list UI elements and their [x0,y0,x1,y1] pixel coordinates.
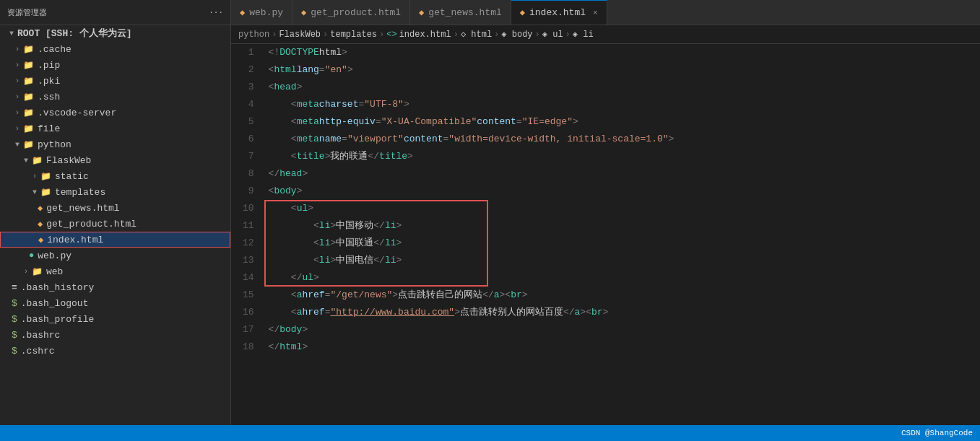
folder-arrow: › [29,173,40,180]
line-number-16: 16 [243,304,254,321]
line-number-9: 9 [243,183,254,200]
file-label: index.html [47,235,103,245]
line-number-11: 11 [243,217,254,235]
folder-arrow: › [12,45,23,53]
file-label: get_news.html [46,203,119,214]
tree-item-index_html[interactable]: ◆index.html [0,232,230,248]
folder-icon: 📁 [23,60,34,71]
code-line-5: <meta http-equiv="X-UA-Compatible" conte… [266,113,980,131]
tree-item-static[interactable]: ›📁static [0,168,230,184]
tab-icon-web-py: ◆ [240,7,245,18]
special-prefix: $ [12,330,17,341]
sidebar: ▼ROOT [SSH: 个人华为云]›📁.cache›📁.pip›📁.pki›📁… [0,25,231,425]
tree-item-_pki[interactable]: ›📁.pki [0,73,230,89]
tree-item-_ssh[interactable]: ›📁.ssh [0,89,230,105]
folder-label: .pki [38,76,60,87]
line-number-1: 1 [243,44,254,61]
tab-get_news[interactable]: ◆get_news.html [410,0,511,25]
tab-label-get_product: get_product.html [311,7,401,18]
tree-item-web_py[interactable]: ●web.py [0,248,230,263]
code-line-17: </body> [266,321,980,339]
folder-arrow: › [12,77,23,85]
code-line-4: <meta charset="UTF-8"> [266,96,980,113]
line-number-5: 5 [243,113,254,131]
code-line-18: </html> [266,339,980,356]
folder-label: static [55,171,89,182]
tree-item-FlaskWeb[interactable]: ▼📁FlaskWeb [0,152,230,168]
tab-icon-index: ◆ [520,7,525,18]
code-line-8: </head> [266,165,980,183]
special-label: .bash_profile [21,314,94,325]
folder-arrow: › [12,109,23,117]
folder-arrow: › [12,93,23,101]
top-bar: 资源管理器 ··· ◆web.py◆get_product.html◆get_n… [0,0,980,25]
folder-icon: 📁 [23,76,34,87]
folder-arrow: ▼ [12,141,23,149]
tree-root-arrow: ▼ [6,30,17,38]
special-prefix: ≡ [12,282,17,293]
tree-item-file[interactable]: ›📁file [0,121,230,136]
tab-index[interactable]: ◆index.html× [511,0,607,25]
folder-label: FlaskWeb [46,155,91,166]
tree-item-_bash_logout[interactable]: $.bash_logout [0,295,230,311]
tree-item-_pip[interactable]: ›📁.pip [0,57,230,73]
tree-item-templates[interactable]: ▼📁templates [0,184,230,200]
code-line-2: <html lang="en"> [266,61,980,79]
line-number-8: 8 [243,165,254,183]
tree-item-get_product_html[interactable]: ◆get_product.html [0,216,230,232]
tree-root[interactable]: ▼ROOT [SSH: 个人华为云] [0,25,230,41]
tree-root-label: ROOT [SSH: 个人华为云] [17,27,132,40]
explorer-title: 资源管理器 [7,7,47,18]
tree-item-_cache[interactable]: ›📁.cache [0,41,230,57]
tree-item-get_news_html[interactable]: ◆get_news.html [0,200,230,216]
tab-label-web-py: web.py [249,7,283,18]
code-editor[interactable]: 123456789101112131415161718 <!DOCTYPE ht… [231,44,980,425]
code-line-15: <a href="/get/news">点击跳转自己的网站</a><br> [266,287,980,304]
folder-icon: 📁 [23,139,34,150]
tab-web-py[interactable]: ◆web.py [231,0,292,25]
folder-label: python [38,139,71,150]
special-prefix: $ [12,298,17,309]
folder-label: .vscode-server [38,108,116,118]
code-line-7: <title>我的联通</title> [266,148,980,165]
explorer-menu-icon[interactable]: ··· [209,8,223,17]
explorer-header: 资源管理器 ··· [0,0,231,25]
tree-item-_vscode_server[interactable]: ›📁.vscode-server [0,105,230,121]
editor-area: python › FlaskWeb › templates › <> index… [231,25,980,425]
code-line-3: <head> [266,79,980,96]
tree-item-_bashrc[interactable]: $.bashrc [0,327,230,343]
special-label: .bash_history [21,282,94,293]
folder-icon: 📁 [23,123,34,134]
tab-get_product[interactable]: ◆get_product.html [292,0,410,25]
status-right-text: CSDN @ShangCode [901,429,973,437]
tree-item-python[interactable]: ▼📁python [0,136,230,152]
tab-close-index[interactable]: × [593,9,598,17]
file-icon: ◆ [38,235,43,245]
folder-arrow: › [20,268,32,276]
folder-arrow: ▼ [29,188,40,196]
folder-icon: 📁 [40,187,51,198]
folder-label: file [38,123,60,134]
special-label: .cshrc [21,346,55,357]
file-label: web.py [38,250,71,261]
tree-item-_bash_profile[interactable]: $.bash_profile [0,311,230,327]
tree-item-_bash_history[interactable]: ≡.bash_history [0,279,230,295]
line-number-7: 7 [243,148,254,165]
special-label: .bashrc [21,330,61,341]
file-icon: ● [29,250,34,261]
line-number-15: 15 [243,287,254,304]
code-line-10: <ul> [266,200,980,217]
folder-arrow: › [12,61,23,69]
folder-icon: 📁 [32,266,43,277]
line-number-18: 18 [243,339,254,356]
line-number-3: 3 [243,79,254,96]
line-number-17: 17 [243,321,254,339]
line-number-6: 6 [243,131,254,148]
tab-icon-get_news: ◆ [419,7,424,18]
code-line-11: <li>中国移动</li> [266,217,980,235]
tree-item-web[interactable]: ›📁web [0,263,230,279]
file-icon: ◆ [38,203,43,214]
folder-label: templates [55,187,105,198]
tree-item-_cshrc[interactable]: $.cshrc [0,343,230,359]
code-line-14: </ul> [266,269,980,287]
